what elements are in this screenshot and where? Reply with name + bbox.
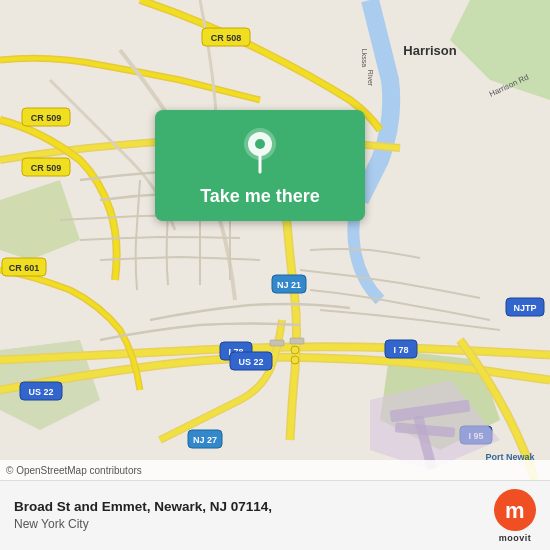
svg-point-41 [291,346,299,354]
svg-text:CR 508: CR 508 [211,33,242,43]
svg-text:River: River [367,70,374,87]
svg-text:CR 601: CR 601 [9,263,40,273]
attribution-text: © OpenStreetMap contributors [6,465,142,476]
address-info: Broad St and Emmet, Newark, NJ 07114, Ne… [14,498,484,532]
bottom-bar: Broad St and Emmet, Newark, NJ 07114, Ne… [0,480,550,550]
svg-text:Lkssa: Lkssa [361,49,368,67]
map-area[interactable]: CR 509 CR 508 CR 509 CR Harrison Harriso… [0,0,550,480]
svg-text:NJ 27: NJ 27 [193,435,217,445]
svg-rect-43 [270,340,284,346]
moovit-text: moovit [499,533,532,543]
map-svg: CR 509 CR 508 CR 509 CR Harrison Harriso… [0,0,550,480]
svg-text:Harrison: Harrison [403,43,457,58]
svg-text:US 22: US 22 [238,357,263,367]
svg-text:CR 509: CR 509 [31,113,62,123]
svg-text:CR 509: CR 509 [31,163,62,173]
svg-text:NJ 21: NJ 21 [277,280,301,290]
location-pin-icon [240,126,280,178]
svg-point-47 [255,139,265,149]
address-main: Broad St and Emmet, Newark, NJ 07114, [14,498,484,517]
svg-text:m: m [505,498,525,523]
svg-text:I 78: I 78 [393,345,408,355]
svg-point-42 [291,356,299,364]
moovit-icon: m [494,489,536,531]
svg-rect-44 [290,338,304,344]
take-me-there-card[interactable]: Take me there [155,110,365,221]
svg-text:NJTP: NJTP [513,303,536,313]
moovit-logo[interactable]: m moovit [494,489,536,543]
address-sub: New York City [14,517,484,533]
attribution-bar: © OpenStreetMap contributors [0,460,550,480]
take-me-there-label: Take me there [200,186,320,207]
svg-text:US 22: US 22 [28,387,53,397]
